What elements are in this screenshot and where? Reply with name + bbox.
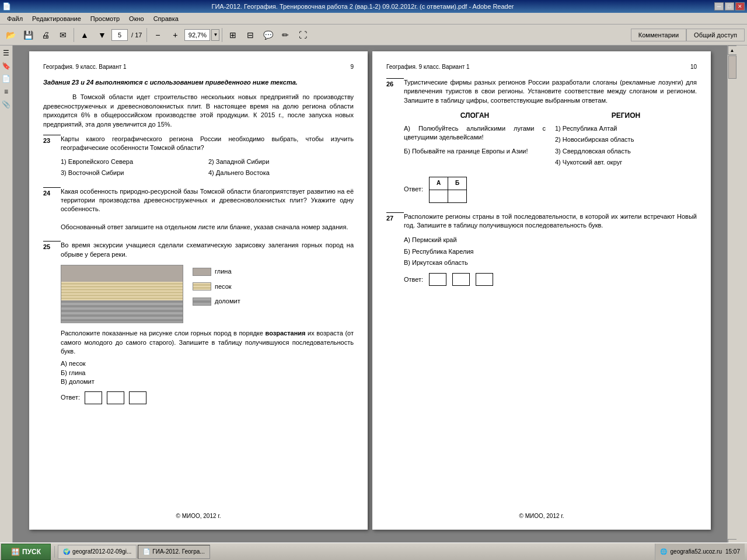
task-23-opt2: 2) Западной Сибири <box>208 158 354 166</box>
dolomit-swatch <box>193 298 211 306</box>
close-button[interactable]: ✕ <box>735 2 745 10</box>
menu-help[interactable]: Справка <box>149 14 183 23</box>
main-area: География. 9 класс. Вариант 1 9 Задания … <box>13 46 736 548</box>
sys-tray: 🌐 geografia52.ucoz.ru 15:07 <box>655 544 745 560</box>
region-4: 4) Чукотский авт. округ <box>555 158 697 167</box>
task-23-opt4: 4) Дальнего Востока <box>208 169 354 177</box>
slogan-region-section: СЛОГАН А) Полюбуйтесь альпийскими лугами… <box>404 111 697 169</box>
scroll-up-button[interactable]: ▲ <box>728 46 737 55</box>
answer-label-27: Ответ: <box>404 275 423 284</box>
taskbar-item-1[interactable]: 🌍 geograf2012-02-09gi... <box>58 545 137 559</box>
maximize-button[interactable]: □ <box>725 2 734 10</box>
slogan-a: А) Полюбуйтесь альпийскими лугами с цвет… <box>404 124 546 142</box>
page-footer-right: © МИОО, 2012 г. <box>372 512 711 520</box>
task-25-v: В) доломит <box>61 377 354 386</box>
passage-text: В Томской области идет строительство нес… <box>43 93 354 129</box>
comment-button[interactable]: 💬 <box>260 27 276 43</box>
task-27-text: Расположите регионы страны в той последо… <box>404 212 697 230</box>
start-button[interactable]: 🪟 ПУСК <box>1 544 51 560</box>
task-27-v: В) Иркутская область <box>404 258 697 267</box>
share-button[interactable]: Общий доступ <box>686 29 745 41</box>
task-26-text: Туристические фирмы разных регионов Росс… <box>404 78 697 105</box>
task-27-a: А) Пермский край <box>404 236 697 244</box>
answer-box-27-3[interactable] <box>476 273 493 286</box>
comments-button[interactable]: Комментарии <box>631 29 686 41</box>
answer-26-cell-a[interactable] <box>430 190 448 202</box>
taskbar: 🪟 ПУСК 🌍 geograf2012-02-09gi... 📄 ГИА-20… <box>0 542 747 560</box>
minimize-button[interactable]: ─ <box>714 2 724 10</box>
slogan-column: СЛОГАН А) Полюбуйтесь альпийскими лугами… <box>404 111 546 169</box>
task-27-number: 27 <box>386 212 404 286</box>
task-24-number: 24 <box>43 187 61 232</box>
pesok-swatch <box>193 282 211 290</box>
geo-legend-pesok: песок <box>193 282 240 291</box>
fit-page-button[interactable]: ⊞ <box>225 27 241 43</box>
scroll-track[interactable] <box>728 55 737 539</box>
separator-2 <box>146 28 147 42</box>
task-24-block: 24 Какая особенность природно-ресурсной … <box>43 187 354 232</box>
slogan-header: СЛОГАН <box>404 111 546 121</box>
answer-box-25-2[interactable] <box>107 391 124 404</box>
fullscreen-button[interactable]: ⛶ <box>295 27 311 43</box>
geology-section: глина песок доломит <box>61 265 354 323</box>
menu-file[interactable]: Файл <box>2 14 27 23</box>
sidebar-layers-icon[interactable]: ≡ <box>1 86 12 97</box>
task-23-opt3: 3) Восточной Сибири <box>61 169 206 177</box>
app-icon: 📄 <box>2 2 11 10</box>
task-25-block: 25 Во время экскурсии учащиеся сделали с… <box>43 241 354 404</box>
prev-page-button[interactable]: ▲ <box>76 27 93 43</box>
sidebar-page-icon[interactable]: 📄 <box>1 74 12 84</box>
page-num-left: 9 <box>350 63 354 71</box>
taskbar-item-1-icon: 🌍 <box>63 548 70 555</box>
separator-3 <box>222 28 222 42</box>
scrollbar-right: ▲ ▼ <box>727 46 736 548</box>
answer-26-cell-b[interactable] <box>448 190 467 202</box>
scroll-thumb[interactable] <box>728 55 736 79</box>
title-bar-title: ГИА-2012. География. Тренировочная работ… <box>211 3 514 10</box>
page-header-course-right: География. 9 класс. Вариант 1 <box>386 63 470 71</box>
next-page-button[interactable]: ▼ <box>94 27 110 43</box>
zoom-in-button[interactable]: + <box>167 27 183 43</box>
toolbar: 📂 💾 🖨 ✉ ▲ ▼ / 17 − + ▼ ⊞ ⊟ 💬 ✏ ⛶ Коммент… <box>0 24 747 46</box>
sidebar-nav-icon[interactable]: ☰ <box>1 48 12 58</box>
answer-box-25-3[interactable] <box>129 391 146 404</box>
menu-view[interactable]: Просмотр <box>86 14 124 23</box>
network-icon: 🌐 <box>660 548 667 555</box>
task-23-options: 1) Европейского Севера 2) Западной Сибир… <box>61 158 354 178</box>
title-bar-controls: ─ □ ✕ <box>714 2 745 10</box>
region-column: РЕГИОН 1) Республика Алтай 2) Новосибирс… <box>555 111 697 169</box>
geo-layer-pesok <box>61 282 183 300</box>
open-button[interactable]: 📂 <box>2 27 19 43</box>
menu-edit[interactable]: Редактирование <box>27 14 86 23</box>
answer-box-25-1[interactable] <box>85 391 102 404</box>
taskbar-item-2[interactable]: 📄 ГИА-2012. Геогра... <box>138 545 210 559</box>
fit-width-button[interactable]: ⊟ <box>242 27 259 43</box>
taskbar-item-2-icon: 📄 <box>143 548 150 555</box>
task-25-answer: Ответ: <box>61 391 354 404</box>
answer-box-27-1[interactable] <box>429 273 446 286</box>
task-26-content: Туристические фирмы разных регионов Росс… <box>404 78 697 203</box>
task-27-block: 27 Расположите регионы страны в той посл… <box>386 212 697 286</box>
region-header: РЕГИОН <box>555 111 697 121</box>
task-26-block: 26 Туристические фирмы разных регионов Р… <box>386 78 697 203</box>
slogan-b: Б) Побывайте на границе Европы и Азии! <box>404 147 546 156</box>
answer-box-27-2[interactable] <box>452 273 470 286</box>
menu-window[interactable]: Окно <box>124 14 149 23</box>
geology-image <box>61 265 183 323</box>
answer-27: Ответ: <box>404 273 697 286</box>
answer-26: Ответ: А Б <box>404 177 697 203</box>
zoom-input[interactable] <box>184 29 210 41</box>
region-1: 1) Республика Алтай <box>555 124 697 133</box>
print-button[interactable]: 🖨 <box>37 27 54 43</box>
geo-legend-glina: глина <box>193 267 240 276</box>
answer-26-header-a: А <box>430 177 448 190</box>
zoom-dropdown[interactable]: ▼ <box>211 29 219 41</box>
sidebar-attach-icon[interactable]: 📎 <box>1 99 12 110</box>
email-button[interactable]: ✉ <box>55 27 71 43</box>
save-button[interactable]: 💾 <box>20 27 36 43</box>
zoom-out-button[interactable]: − <box>149 27 166 43</box>
page-input[interactable] <box>111 29 128 41</box>
markup-button[interactable]: ✏ <box>277 27 294 43</box>
sidebar-bookmark-icon[interactable]: 🔖 <box>1 61 12 71</box>
task-23-opt1: 1) Европейского Севера <box>61 158 206 166</box>
